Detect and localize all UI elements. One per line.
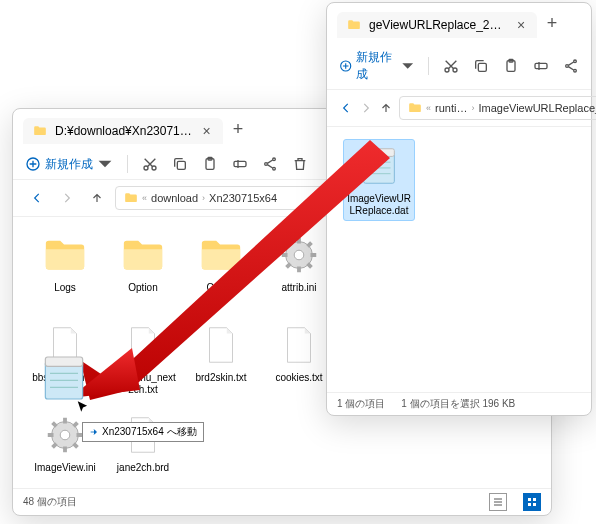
folder-icon xyxy=(42,232,88,278)
forward-button[interactable] xyxy=(55,186,79,210)
copy-icon[interactable] xyxy=(473,58,489,74)
file-item[interactable]: Option xyxy=(107,229,179,309)
svg-rect-19 xyxy=(533,503,536,506)
view-list-button[interactable] xyxy=(489,493,507,511)
file-item[interactable]: attrib.ini xyxy=(263,229,335,309)
file-item[interactable]: cookies.txt xyxy=(263,319,335,399)
folder-icon xyxy=(33,124,47,138)
new-tab-button[interactable]: + xyxy=(537,8,567,38)
file-name: bbsmenu_next2ch.txt xyxy=(110,372,176,396)
file-name: attrib.ini xyxy=(281,282,316,294)
file-item[interactable]: ImageViewURLReplace.dat xyxy=(343,139,415,221)
svg-rect-17 xyxy=(533,498,536,501)
share-icon[interactable] xyxy=(262,156,278,172)
paste-icon[interactable] xyxy=(202,156,218,172)
svg-point-8 xyxy=(265,163,268,166)
folder-icon xyxy=(124,191,138,205)
folder-icon xyxy=(198,232,244,278)
cursor-icon xyxy=(76,400,90,414)
tab-close[interactable]: × xyxy=(515,18,527,32)
svg-rect-31 xyxy=(364,149,395,157)
status-bar: 1 個の項目 1 個の項目を選択 196 KB xyxy=(327,392,591,415)
address-bar: « runti…› ImageViewURLReplace_2… xyxy=(327,90,591,127)
rename-icon[interactable] xyxy=(232,156,248,172)
drag-ghost xyxy=(36,350,92,406)
folder-icon xyxy=(347,18,361,32)
svg-rect-23 xyxy=(478,63,486,71)
status-bar: 48 個の項目 xyxy=(13,488,551,515)
svg-rect-16 xyxy=(528,498,531,501)
file-name: Option xyxy=(128,282,157,294)
file-icon xyxy=(120,322,166,368)
titlebar: geViewURLReplace_20230423 × + xyxy=(327,3,591,43)
svg-point-15 xyxy=(60,430,70,440)
file-item[interactable]: ImageView.ini xyxy=(29,409,101,477)
tab-title: geViewURLReplace_20230423 xyxy=(369,18,507,32)
ini-icon xyxy=(276,232,322,278)
tab-title: D:¥download¥Xn230715x64 xyxy=(55,124,192,138)
file-item[interactable]: bbsmenu_next2ch.txt xyxy=(107,319,179,399)
cut-icon[interactable] xyxy=(142,156,158,172)
breadcrumb[interactable]: « runti…› ImageViewURLReplace_2… xyxy=(399,96,596,120)
dat-icon xyxy=(356,143,402,189)
svg-point-27 xyxy=(574,60,577,63)
file-name: Logs xyxy=(54,282,76,294)
delete-icon[interactable] xyxy=(292,156,308,172)
file-name: ImageView.ini xyxy=(34,462,96,474)
explorer-window-b: geViewURLReplace_20230423 × + 新規作成 « run… xyxy=(326,2,592,416)
file-item[interactable]: jane2ch.brd xyxy=(107,409,179,477)
file-item[interactable]: Logs xyxy=(29,229,101,309)
chevron-down-icon xyxy=(97,156,113,172)
file-name: cookies.txt xyxy=(275,372,322,384)
chevron-down-icon xyxy=(401,58,414,74)
svg-point-7 xyxy=(273,158,276,161)
svg-point-9 xyxy=(273,167,276,170)
tab-close[interactable]: × xyxy=(200,124,213,138)
svg-rect-35 xyxy=(45,357,82,366)
file-name: Cache xyxy=(207,282,236,294)
back-button[interactable] xyxy=(339,96,353,120)
selection-info: 1 個の項目を選択 196 KB xyxy=(401,397,515,411)
share-icon[interactable] xyxy=(563,58,579,74)
tab[interactable]: geViewURLReplace_20230423 × xyxy=(337,12,537,38)
back-button[interactable] xyxy=(25,186,49,210)
svg-rect-26 xyxy=(535,63,547,68)
svg-point-29 xyxy=(574,69,577,72)
svg-rect-6 xyxy=(234,161,246,166)
file-grid: ImageViewURLReplace.dat xyxy=(327,127,591,392)
toolbar: 新規作成 xyxy=(327,43,591,90)
file-item[interactable]: brd2skin.txt xyxy=(185,319,257,399)
svg-point-11 xyxy=(294,250,304,260)
cut-icon[interactable] xyxy=(443,58,459,74)
view-grid-button[interactable] xyxy=(523,493,541,511)
folder-icon xyxy=(408,101,422,115)
up-button[interactable] xyxy=(85,186,109,210)
forward-button[interactable] xyxy=(359,96,373,120)
paste-icon[interactable] xyxy=(503,58,519,74)
move-arrow-icon xyxy=(89,427,99,437)
svg-rect-18 xyxy=(528,503,531,506)
file-item[interactable]: Cache xyxy=(185,229,257,309)
file-icon xyxy=(276,322,322,368)
new-button[interactable]: 新規作成 xyxy=(25,156,113,173)
copy-icon[interactable] xyxy=(172,156,188,172)
file-name: ImageViewURLReplace.dat xyxy=(347,193,411,217)
up-button[interactable] xyxy=(379,96,393,120)
file-name: brd2skin.txt xyxy=(195,372,246,384)
folder-icon xyxy=(120,232,166,278)
svg-point-28 xyxy=(566,65,569,68)
item-count: 1 個の項目 xyxy=(337,397,385,411)
new-tab-button[interactable]: + xyxy=(223,114,253,144)
rename-icon[interactable] xyxy=(533,58,549,74)
drag-tooltip: Xn230715x64 へ移動 xyxy=(82,422,204,442)
tab[interactable]: D:¥download¥Xn230715x64 × xyxy=(23,118,223,144)
new-button[interactable]: 新規作成 xyxy=(339,49,414,83)
file-icon xyxy=(198,322,244,368)
item-count: 48 個の項目 xyxy=(23,495,77,509)
notepad-icon xyxy=(36,350,92,406)
svg-rect-3 xyxy=(177,161,185,169)
file-name: jane2ch.brd xyxy=(117,462,169,474)
